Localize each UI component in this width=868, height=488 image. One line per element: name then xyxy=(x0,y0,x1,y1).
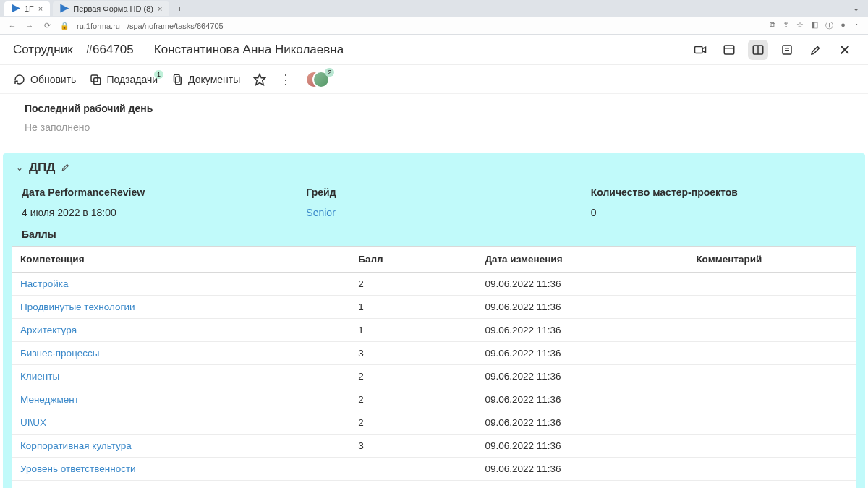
tabs-dropdown-icon[interactable]: ⌄ xyxy=(848,4,864,13)
last-working-day-block: Последний рабочий день Не заполнено xyxy=(12,94,856,145)
panel-icon[interactable] xyxy=(719,40,739,60)
date-cell: 09.06.2022 11:36 xyxy=(476,342,687,365)
date-cell: 09.06.2022 11:36 xyxy=(476,365,687,388)
participants-count: 2 xyxy=(325,68,334,77)
open-external-icon[interactable]: ⧉ xyxy=(770,20,775,31)
lock-icon: 🔒 xyxy=(59,22,69,30)
tab-title: 1F xyxy=(25,4,34,13)
date-cell: 09.06.2022 11:36 xyxy=(476,388,687,411)
competency-link[interactable]: Клиенты xyxy=(12,365,349,388)
score-cell: 2 xyxy=(349,273,476,296)
competency-link[interactable]: Бизнес-процессы xyxy=(12,342,349,365)
perf-review-date-block: Дата PerformanceReview 4 июля 2022 в 18:… xyxy=(22,187,277,218)
notes-icon[interactable] xyxy=(777,40,797,60)
comment-cell xyxy=(687,365,856,388)
toolbar: Обновить 1 Подзадачи Документы ⋮ 2 xyxy=(0,65,868,94)
video-icon[interactable] xyxy=(690,40,710,60)
documents-button[interactable]: Документы xyxy=(171,73,240,86)
subtasks-button[interactable]: 1 Подзадачи xyxy=(89,73,158,86)
score-cell: 1 xyxy=(349,296,476,319)
comment-cell xyxy=(687,411,856,435)
table-row: Продвинутые технологии109.06.2022 11:36 xyxy=(12,296,856,319)
score-cell: 2 xyxy=(349,388,476,411)
pencil-icon[interactable] xyxy=(61,162,71,174)
close-icon[interactable] xyxy=(835,40,855,60)
columns-icon[interactable] xyxy=(748,40,768,60)
more-icon[interactable]: ⋮ xyxy=(279,72,292,87)
date-cell: 09.06.2022 11:36 xyxy=(476,319,687,342)
close-icon[interactable]: × xyxy=(158,4,162,13)
scores-table: Компетенция Балл Дата изменения Коммента… xyxy=(12,246,856,488)
master-projects-value: 0 xyxy=(591,207,846,218)
competency-link[interactable]: Уровень ответственности xyxy=(12,458,349,481)
svg-rect-1 xyxy=(724,46,734,54)
col-competency: Компетенция xyxy=(12,247,349,273)
competency-link[interactable]: Корпоративная культура xyxy=(12,435,349,458)
back-icon[interactable]: ← xyxy=(7,22,17,30)
extension-icon[interactable]: ◧ xyxy=(811,20,818,31)
score-cell: 3 xyxy=(349,435,476,458)
documents-label: Документы xyxy=(188,74,240,85)
browser-tab[interactable]: 1F × xyxy=(4,1,50,16)
url-host[interactable]: ru.1forma.ru xyxy=(77,22,120,30)
perf-review-date-label: Дата PerformanceReview xyxy=(22,187,277,198)
last-working-day-label: Последний рабочий день xyxy=(25,103,843,114)
table-row: Менеджмент209.06.2022 11:36 xyxy=(12,388,856,411)
close-icon[interactable]: × xyxy=(38,4,43,13)
subtasks-label: Подзадачи xyxy=(106,74,158,85)
dpd-panel: ⌄ ДПД Дата PerformanceReview 4 июля 2022… xyxy=(3,153,865,488)
score-cell xyxy=(349,458,476,481)
refresh-label: Обновить xyxy=(30,74,76,85)
extension-icon[interactable]: Ⓘ xyxy=(825,20,833,31)
edit-icon[interactable] xyxy=(806,40,826,60)
browser-tab[interactable]: Первая Форма HD (8) × xyxy=(53,1,169,16)
tab-title: Первая Форма HD (8) xyxy=(73,4,153,13)
browser-tabstrip: 1F × Первая Форма HD (8) × + ⌄ xyxy=(0,0,868,17)
table-row: Клиенты209.06.2022 11:36 xyxy=(12,365,856,388)
master-projects-block: Количество мастер-проектов 0 xyxy=(591,187,846,218)
tab-favicon xyxy=(60,4,69,13)
comment-cell xyxy=(687,342,856,365)
new-tab-button[interactable]: + xyxy=(172,4,187,13)
total-empty xyxy=(476,481,687,489)
table-row: Корпоративная культура309.06.2022 11:36 xyxy=(12,435,856,458)
comment-cell xyxy=(687,458,856,481)
date-cell: 09.06.2022 11:36 xyxy=(476,435,687,458)
competency-link[interactable]: UI\UX xyxy=(12,411,349,435)
refresh-icon xyxy=(13,73,26,86)
table-row: UI\UX209.06.2022 11:36 xyxy=(12,411,856,435)
entity-name: Константинова Анна Николаевна xyxy=(154,43,344,57)
profile-icon[interactable]: ● xyxy=(841,20,846,31)
competency-link[interactable]: Продвинутые технологии xyxy=(12,296,349,319)
score-cell: 3 xyxy=(349,342,476,365)
share-icon[interactable]: ⇪ xyxy=(783,20,789,31)
refresh-button[interactable]: Обновить xyxy=(13,73,76,86)
date-cell: 09.06.2022 11:36 xyxy=(476,458,687,481)
date-cell: 09.06.2022 11:36 xyxy=(476,411,687,435)
header-actions xyxy=(690,40,855,60)
entity-type: Сотрудник xyxy=(13,43,73,57)
bookmark-icon[interactable]: ☆ xyxy=(796,20,804,31)
menu-icon[interactable]: ⋮ xyxy=(853,20,861,31)
table-row: Архитектура109.06.2022 11:36 xyxy=(12,319,856,342)
score-cell: 1 xyxy=(349,319,476,342)
participants[interactable]: 2 xyxy=(305,69,330,90)
competency-link[interactable]: Менеджмент xyxy=(12,388,349,411)
competency-link[interactable]: Архитектура xyxy=(12,319,349,342)
url-path[interactable]: /spa/noframe/tasks/664705 xyxy=(127,22,224,30)
competency-link[interactable]: Настройка xyxy=(12,273,349,296)
reload-icon[interactable]: ⟳ xyxy=(42,21,52,30)
col-comment: Комментарий xyxy=(687,247,856,273)
favorite-button[interactable] xyxy=(253,73,266,86)
page-header: Сотрудник #664705 Константинова Анна Ник… xyxy=(0,35,868,65)
forward-icon[interactable]: → xyxy=(25,22,35,30)
table-row: Уровень ответственности09.06.2022 11:36 xyxy=(12,458,856,481)
score-cell: 2 xyxy=(349,365,476,388)
browser-address-bar: ← → ⟳ 🔒 ru.1forma.ru/spa/noframe/tasks/6… xyxy=(0,17,868,35)
chevron-down-icon[interactable]: ⌄ xyxy=(16,163,23,173)
entity-id: #664705 xyxy=(86,43,134,57)
date-cell: 09.06.2022 11:36 xyxy=(476,273,687,296)
grade-value[interactable]: Senior xyxy=(306,207,561,218)
dpd-panel-header: ⌄ ДПД xyxy=(9,160,859,182)
scores-title: Баллы xyxy=(9,228,859,246)
